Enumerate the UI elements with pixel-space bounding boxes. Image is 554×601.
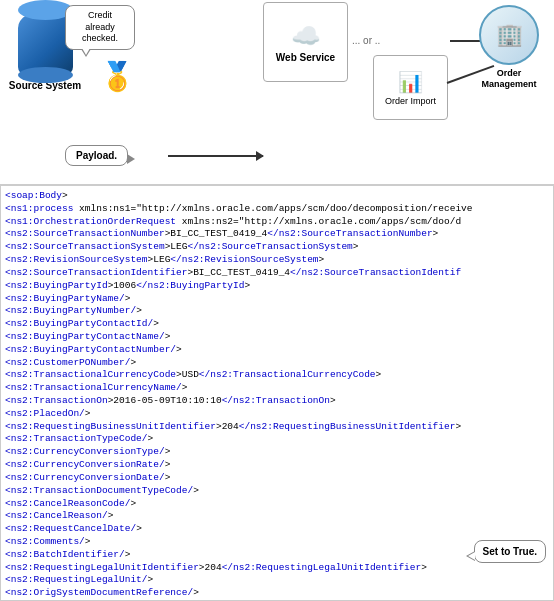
xml-line: <ns2:BuyingPartyNumber/> xyxy=(5,305,549,318)
xml-line: <ns2:RequestingLegalUnitIdentifier>204</… xyxy=(5,562,549,575)
xml-line: <ns2:SourceTransactionSystem>LEG</ns2:So… xyxy=(5,241,549,254)
xml-line: <ns1:OrchestrationOrderRequest xmlns:ns2… xyxy=(5,216,549,229)
xml-line: <ns2:SourceTransactionIdentifier>BI_CC_T… xyxy=(5,267,549,280)
credit-bubble: Credit already checked. xyxy=(65,5,135,50)
web-service-box: ☁️ Web Service xyxy=(263,2,348,82)
xml-line: <ns2:TransactionOn>2016-05-09T10:10:10</… xyxy=(5,395,549,408)
xml-line: <ns2:RequestCancelDate/> xyxy=(5,523,549,536)
xml-line: <ns2:BuyingPartyName/> xyxy=(5,293,549,306)
xml-line: <ns2:TransactionalCurrencyCode>USD</ns2:… xyxy=(5,369,549,382)
xml-line: <soap:Body> xyxy=(5,190,549,203)
xml-line: <ns2:RequestingBusinessUnitIdentifier>20… xyxy=(5,421,549,434)
payload-arrow xyxy=(168,155,263,157)
xml-line: <ns2:Comments/> xyxy=(5,536,549,549)
diagram-area: Source System Credit already checked. 🥇 … xyxy=(0,0,554,185)
xml-line: <ns2:TransactionalCurrencyName/> xyxy=(5,382,549,395)
xml-line: <ns2:CurrencyConversionRate/> xyxy=(5,459,549,472)
or-text: ... or .. xyxy=(352,35,380,46)
xml-line: <ns2:CurrencyConversionType/> xyxy=(5,446,549,459)
xml-line: <ns2:CancelReasonCode/> xyxy=(5,498,549,511)
xml-line: <ns1:process xmlns:ns1="http://xmlns.ora… xyxy=(5,203,549,216)
xml-line: <ns2:OrigSystemDocumentReference/> xyxy=(5,587,549,600)
xml-line: <ns2:RequestingLegalUnit/> xyxy=(5,574,549,587)
set-to-true-bubble: Set to True. xyxy=(474,540,546,563)
xml-line: <ns2:TransactionTypeCode/> xyxy=(5,433,549,446)
order-import-label: Order Import xyxy=(385,96,436,106)
xml-line: <ns2:BuyingPartyContactId/> xyxy=(5,318,549,331)
xml-line: <ns2:CancelReason/> xyxy=(5,510,549,523)
xml-line: <ns2:RevisionSourceSystem>LEG</ns2:Revis… xyxy=(5,254,549,267)
xml-content-area: <soap:Body> <ns1:process xmlns:ns1="http… xyxy=(0,185,554,601)
spreadsheet-icon: 📊 xyxy=(398,70,423,94)
xml-line: <ns2:CurrencyConversionDate/> xyxy=(5,472,549,485)
order-management: 🏢 Order Management xyxy=(469,5,549,90)
xml-line: <ns2:TransactionDocumentTypeCode/> xyxy=(5,485,549,498)
cloud-icon: ☁️ xyxy=(291,22,321,50)
xml-line: <ns2:SourceTransactionNumber>BI_CC_TEST_… xyxy=(5,228,549,241)
xml-line: <ns2:BuyingPartyContactName/> xyxy=(5,331,549,344)
xml-line: <ns2:BuyingPartyId>1006</ns2:BuyingParty… xyxy=(5,280,549,293)
order-management-label: Order Management xyxy=(469,68,549,90)
order-management-icon: 🏢 xyxy=(479,5,539,65)
xml-line: <ns2:PlacedOn/> xyxy=(5,408,549,421)
xml-line: <ns2:CustomerPONumber/> xyxy=(5,357,549,370)
order-import-box: 📊 Order Import xyxy=(373,55,448,120)
web-service-label: Web Service xyxy=(276,52,335,63)
payload-bubble: Payload. xyxy=(65,145,128,166)
xml-line: <ns2:BuyingPartyContactNumber/> xyxy=(5,344,549,357)
medal-icon: 🥇 xyxy=(100,60,135,93)
